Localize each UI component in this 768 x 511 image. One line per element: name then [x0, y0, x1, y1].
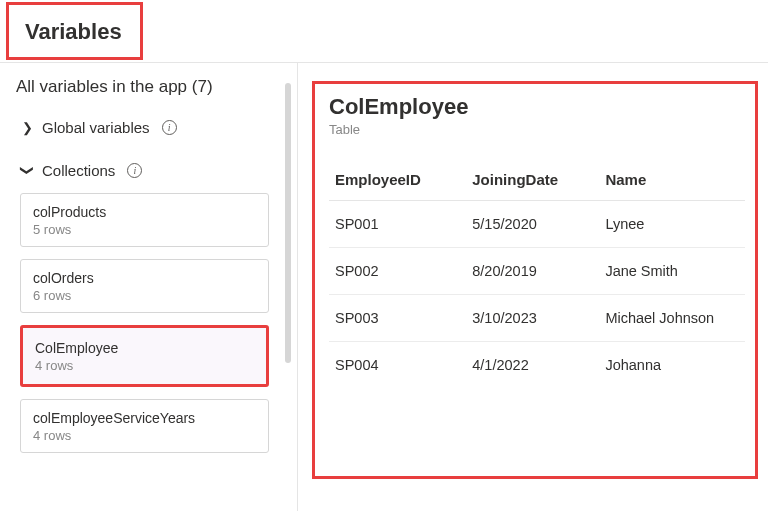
subtitle-count: (7) [192, 77, 213, 96]
scrollbar[interactable] [285, 83, 291, 363]
section-collections[interactable]: ❯ Collections i [16, 154, 287, 187]
column-header[interactable]: EmployeeID [329, 159, 466, 201]
section-global-variables[interactable]: ❯ Global variables i [16, 111, 287, 144]
collection-name: colEmployeeServiceYears [33, 410, 256, 426]
collection-card-colproducts[interactable]: colProducts 5 rows [20, 193, 269, 247]
cell: 3/10/2023 [466, 295, 599, 342]
collection-name: colOrders [33, 270, 256, 286]
cell: Lynee [599, 201, 745, 248]
sidebar-subtitle: All variables in the app (7) [16, 77, 287, 97]
detail-type: Table [329, 122, 745, 137]
table-row[interactable]: SP001 5/15/2020 Lynee [329, 201, 745, 248]
cell: 4/1/2022 [466, 342, 599, 389]
collection-name: colProducts [33, 204, 256, 220]
cell: SP002 [329, 248, 466, 295]
collection-card-colemployeeserviceyears[interactable]: colEmployeeServiceYears 4 rows [20, 399, 269, 453]
detail-panel: ColEmployee Table EmployeeID JoiningDate… [312, 81, 758, 479]
cell: 5/15/2020 [466, 201, 599, 248]
collection-card-colorders[interactable]: colOrders 6 rows [20, 259, 269, 313]
table-row[interactable]: SP002 8/20/2019 Jane Smith [329, 248, 745, 295]
collection-card-colemployee[interactable]: ColEmployee 4 rows [20, 325, 269, 387]
section-label: Collections [42, 162, 115, 179]
chevron-down-icon: ❯ [20, 164, 35, 178]
section-label: Global variables [42, 119, 150, 136]
cell: Michael Johnson [599, 295, 745, 342]
info-icon[interactable]: i [162, 120, 177, 135]
page-title: Variables [6, 2, 143, 60]
subtitle-text: All variables in the app [16, 77, 187, 96]
main-panel: ColEmployee Table EmployeeID JoiningDate… [298, 63, 768, 511]
column-header[interactable]: Name [599, 159, 745, 201]
cell: Johanna [599, 342, 745, 389]
cell: SP004 [329, 342, 466, 389]
collection-meta: 4 rows [35, 358, 254, 373]
collection-name: ColEmployee [35, 340, 254, 356]
cell: 8/20/2019 [466, 248, 599, 295]
info-icon[interactable]: i [127, 163, 142, 178]
table-header-row: EmployeeID JoiningDate Name [329, 159, 745, 201]
cell: SP003 [329, 295, 466, 342]
collection-meta: 6 rows [33, 288, 256, 303]
collections-list: colProducts 5 rows colOrders 6 rows ColE… [16, 193, 287, 453]
chevron-right-icon: ❯ [20, 120, 34, 135]
collection-meta: 4 rows [33, 428, 256, 443]
cell: SP001 [329, 201, 466, 248]
table-row[interactable]: SP004 4/1/2022 Johanna [329, 342, 745, 389]
table-row[interactable]: SP003 3/10/2023 Michael Johnson [329, 295, 745, 342]
data-table: EmployeeID JoiningDate Name SP001 5/15/2… [329, 159, 745, 388]
cell: Jane Smith [599, 248, 745, 295]
column-header[interactable]: JoiningDate [466, 159, 599, 201]
sidebar: All variables in the app (7) ❯ Global va… [0, 63, 298, 511]
collection-meta: 5 rows [33, 222, 256, 237]
detail-title: ColEmployee [329, 94, 745, 120]
